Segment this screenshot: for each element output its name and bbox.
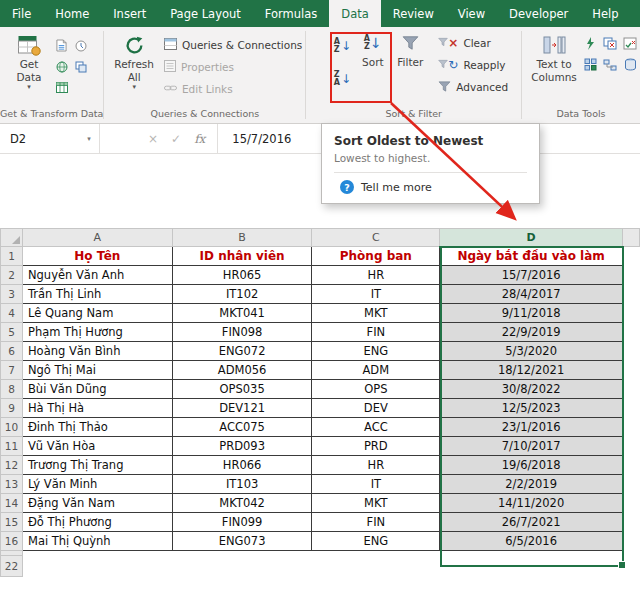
row-header[interactable]: 7	[1, 361, 23, 380]
cell-dept[interactable]: IT	[312, 475, 440, 494]
filter-button[interactable]: Filter	[390, 27, 430, 69]
empty-cell[interactable]	[623, 556, 640, 577]
row-header[interactable]: 15	[1, 513, 23, 532]
cell-name[interactable]: Trương Thị Trang	[22, 456, 172, 475]
row-header[interactable]: 4	[1, 304, 23, 323]
cell-name[interactable]: Đặng Văn Nam	[22, 494, 172, 513]
cell-dept[interactable]: HR	[312, 266, 440, 285]
empty-cell[interactable]	[312, 556, 440, 577]
cell-date[interactable]: 26/7/2021	[440, 513, 623, 532]
get-data-button[interactable]: Get Data ▾	[6, 29, 52, 91]
cell-dept[interactable]: OPS	[312, 380, 440, 399]
empty-cell[interactable]	[440, 556, 623, 577]
cell-name[interactable]: Hà Thị Hà	[22, 399, 172, 418]
cell-name[interactable]: Đinh Thị Thảo	[22, 418, 172, 437]
cell-date[interactable]: 30/8/2022	[440, 380, 623, 399]
name-box[interactable]: D2 ▾	[0, 124, 100, 153]
row-header[interactable]: 1	[1, 247, 23, 266]
cell-dept[interactable]: ADM	[312, 361, 440, 380]
cell-id[interactable]: DEV121	[172, 399, 312, 418]
enter-icon[interactable]: ✓	[171, 132, 181, 146]
cell-name[interactable]: Đỗ Thị Phương	[22, 513, 172, 532]
cell-date[interactable]: 14/11/2020	[440, 494, 623, 513]
cell-name[interactable]: Trần Thị Linh	[22, 285, 172, 304]
tell-me-more-link[interactable]: ? Tell me more	[334, 180, 527, 194]
refresh-all-button[interactable]: Refresh All ▾	[114, 29, 154, 91]
edit-links-button[interactable]: Edit Links	[164, 78, 302, 100]
column-header-d[interactable]: D	[440, 229, 623, 247]
cell-name[interactable]: Vũ Văn Hòa	[22, 437, 172, 456]
cell-name[interactable]: Nguyễn Văn Anh	[22, 266, 172, 285]
queries-connections-button[interactable]: Queries & Connections	[164, 34, 302, 56]
cell-name[interactable]: Hoàng Văn Bình	[22, 342, 172, 361]
sort-ascending-button[interactable]: AZ ↓	[329, 33, 355, 59]
row-header[interactable]: 2	[1, 266, 23, 285]
cell-dept[interactable]: DEV	[312, 399, 440, 418]
consolidate-icon[interactable]	[580, 54, 600, 75]
row-header[interactable]: 10	[1, 418, 23, 437]
flash-fill-icon[interactable]	[580, 33, 600, 54]
existing-connections-icon[interactable]	[71, 56, 90, 77]
remove-duplicates-icon[interactable]	[600, 33, 620, 54]
cell-id[interactable]: ENG073	[172, 532, 312, 551]
cell-date[interactable]: 18/12/2021	[440, 361, 623, 380]
cell-date[interactable]: 22/9/2019	[440, 323, 623, 342]
tab-help[interactable]: Help	[580, 0, 630, 27]
row-header[interactable]: 14	[1, 494, 23, 513]
tab-review[interactable]: Review	[381, 0, 446, 27]
cell-id[interactable]: MKT042	[172, 494, 312, 513]
advanced-filter-button[interactable]: Advanced	[438, 76, 508, 98]
tab-developer[interactable]: Developer	[497, 0, 580, 27]
from-web-icon[interactable]	[52, 56, 71, 77]
row-header[interactable]: 3	[1, 285, 23, 304]
sort-button[interactable]: AZ ↓ Sort	[355, 27, 390, 69]
empty-cell[interactable]	[172, 556, 312, 577]
header-cell[interactable]: Phòng ban	[312, 247, 440, 266]
cell-dept[interactable]: FIN	[312, 513, 440, 532]
cell-name[interactable]: Bùi Văn Dũng	[22, 380, 172, 399]
header-cell[interactable]: Ngày bắt đầu vào làm	[440, 247, 623, 266]
cell-date[interactable]: 23/1/2016	[440, 418, 623, 437]
column-header-c[interactable]: C	[312, 229, 440, 247]
row-header[interactable]: 11	[1, 437, 23, 456]
cell-name[interactable]: Ngô Thị Mai	[22, 361, 172, 380]
cell-date[interactable]: 19/6/2018	[440, 456, 623, 475]
cell-dept[interactable]: MKT	[312, 494, 440, 513]
header-cell[interactable]: ID nhân viên	[172, 247, 312, 266]
empty-cell[interactable]	[22, 556, 172, 577]
cell-dept[interactable]: IT	[312, 285, 440, 304]
tab-file[interactable]: File	[0, 0, 43, 27]
cell-name[interactable]: Phạm Thị Hương	[22, 323, 172, 342]
header-cell[interactable]: Họ Tên	[22, 247, 172, 266]
row-header[interactable]: 8	[1, 380, 23, 399]
cell-id[interactable]: HR066	[172, 456, 312, 475]
cell-date[interactable]: 5/3/2020	[440, 342, 623, 361]
cell-name[interactable]: Lý Văn Minh	[22, 475, 172, 494]
insert-function-icon[interactable]: fx	[194, 132, 205, 146]
tab-page-layout[interactable]: Page Layout	[158, 0, 253, 27]
tab-view[interactable]: View	[446, 0, 497, 27]
tab-data[interactable]: Data	[329, 0, 380, 27]
cell-id[interactable]: MKT041	[172, 304, 312, 323]
row-header[interactable]: 5	[1, 323, 23, 342]
cell-dept[interactable]: ENG	[312, 532, 440, 551]
cell-id[interactable]: FIN098	[172, 323, 312, 342]
cell-id[interactable]: IT102	[172, 285, 312, 304]
cell-id[interactable]: HR065	[172, 266, 312, 285]
cell-date[interactable]: 28/4/2017	[440, 285, 623, 304]
text-to-columns-button[interactable]: Text to Columns	[528, 29, 580, 84]
tab-home[interactable]: Home	[43, 0, 101, 27]
properties-button[interactable]: Properties	[164, 56, 302, 78]
cell-id[interactable]: OPS035	[172, 380, 312, 399]
cell-date[interactable]: 2/2/2019	[440, 475, 623, 494]
cell-dept[interactable]: ACC	[312, 418, 440, 437]
from-table-range-icon[interactable]	[52, 77, 71, 98]
relationships-icon[interactable]	[600, 54, 620, 75]
clear-filter-button[interactable]: × Clear	[438, 32, 508, 54]
row-header[interactable]: 12	[1, 456, 23, 475]
cell-date[interactable]: 15/7/2016	[440, 266, 623, 285]
cell-name[interactable]: Mai Thị Quỳnh	[22, 532, 172, 551]
tab-formulas[interactable]: Formulas	[253, 0, 330, 27]
cancel-icon[interactable]: ×	[148, 132, 158, 146]
from-text-csv-icon[interactable]	[52, 35, 71, 56]
